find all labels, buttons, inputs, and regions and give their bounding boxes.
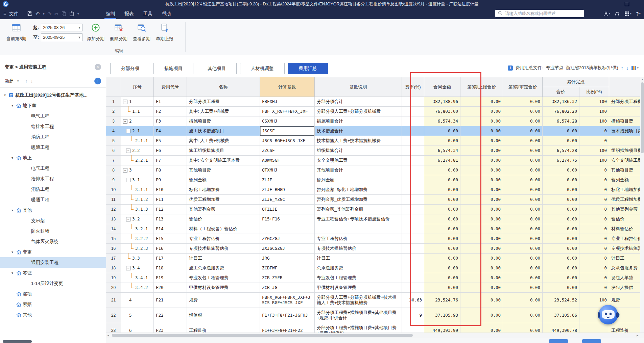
cell-contract[interactable]: 6,574.34 bbox=[424, 146, 460, 156]
header-category[interactable] bbox=[609, 77, 640, 97]
cell-cum-total[interactable]: 0.00 bbox=[543, 283, 579, 293]
tab-分部分项[interactable]: 分部分项 bbox=[110, 63, 150, 74]
cell-seq[interactable]: −3.2 bbox=[121, 214, 154, 224]
cell-basis[interactable]: F1+F3+F8+F21-JGFHJ bbox=[260, 308, 315, 323]
header-audit[interactable]: 第8期审定合价 bbox=[503, 77, 543, 97]
cell-basis[interactable]: FBF X_RGF+FBFX_JXF bbox=[260, 107, 315, 116]
scrollbar-thumb[interactable] bbox=[641, 82, 644, 153]
cell-name[interactable]: 施工组织措施项目 bbox=[187, 146, 260, 156]
cell-cum-pct[interactable]: 0 bbox=[579, 126, 609, 136]
tree-item-杭政工出[2020]12号银江生产基地...[interactable]: ▾杭政工出[2020]12号银江生产基地... bbox=[0, 90, 106, 100]
header-report[interactable]: 第8期上报合价 bbox=[460, 77, 503, 97]
tree-item-变更[interactable]: ▾变更 bbox=[0, 247, 106, 257]
cell-basis[interactable]: QTXMHJ bbox=[260, 165, 315, 175]
cell-audit[interactable]: 0.00 bbox=[503, 165, 543, 175]
support-headset-icon[interactable] bbox=[615, 11, 620, 16]
cell-cum-total[interactable]: 0.00 bbox=[543, 185, 579, 195]
header-basis-desc[interactable]: 基数说明 bbox=[315, 77, 402, 97]
cell-name[interactable]: 增值税 bbox=[187, 308, 260, 323]
cell-cum-total[interactable]: 0.00 bbox=[543, 224, 579, 234]
cell-row-number[interactable]: 11 bbox=[106, 195, 121, 205]
cell-basis[interactable]: JRG bbox=[260, 254, 315, 263]
cell-contract[interactable]: 37,105.93 bbox=[424, 308, 460, 323]
cell-name[interactable]: 规费 bbox=[187, 293, 260, 308]
cell-code[interactable]: F6 bbox=[154, 146, 187, 156]
cell-report[interactable]: 0.00 bbox=[460, 175, 503, 185]
cell-category[interactable]: 措施项目费 bbox=[609, 116, 640, 126]
cell-category[interactable]: 总承包服务费 bbox=[609, 263, 640, 273]
tree-item-消防工程[interactable]: 消防工程 bbox=[0, 132, 106, 142]
undo-dropdown-icon[interactable]: ▾ bbox=[43, 12, 45, 16]
cell-cum-total[interactable]: 6,574.28 bbox=[543, 146, 579, 156]
cell-code[interactable]: F1 bbox=[154, 97, 187, 107]
cell-report[interactable]: 0.00 bbox=[460, 185, 503, 195]
cell-basis[interactable]: FBFXHJ bbox=[260, 97, 315, 107]
tree-item-给排水工程[interactable]: 给排水工程 bbox=[0, 174, 106, 184]
cell-cum-pct[interactable]: 0 bbox=[579, 195, 609, 205]
cell-category[interactable]: 计日工 bbox=[609, 254, 640, 263]
cell-code[interactable]: F10 bbox=[154, 185, 187, 195]
cell-cum-total[interactable]: 0.00 bbox=[543, 244, 579, 254]
new-dropdown-icon[interactable]: ▾ bbox=[17, 79, 19, 83]
cell-report[interactable]: 0.00 bbox=[460, 308, 503, 323]
cell-name[interactable]: 甲供材料设备管理费 bbox=[187, 283, 260, 293]
cell-rate[interactable] bbox=[402, 185, 424, 195]
header-cum-group[interactable]: 累计完成 bbox=[543, 77, 609, 87]
cell-cum-total[interactable]: 449,390.78 bbox=[543, 323, 579, 333]
cell-cum-total[interactable]: 0.00 bbox=[543, 263, 579, 273]
tree-item-其他[interactable]: 其他 bbox=[0, 310, 106, 320]
scrollbar-thumb[interactable] bbox=[112, 334, 413, 337]
cell-cum-pct[interactable]: 0 bbox=[579, 263, 609, 273]
menu-hamburger-icon[interactable]: ≡ bbox=[3, 11, 6, 16]
cell-code[interactable]: F9 bbox=[154, 175, 187, 185]
cell-contract[interactable]: 0.00 bbox=[424, 254, 460, 263]
horizontal-scrollbar[interactable]: ◀ ▶ bbox=[106, 333, 644, 338]
tree-item-暖通工程[interactable]: 暖通工程 bbox=[0, 194, 106, 205]
cell-code[interactable]: F2 bbox=[154, 107, 187, 116]
cell-rate[interactable] bbox=[402, 146, 424, 156]
cell-audit[interactable]: 0.00 bbox=[503, 146, 543, 156]
tree-item-暖通工程[interactable]: 暖通工程 bbox=[0, 142, 106, 153]
cell-cum-total[interactable]: 37,105.66 bbox=[543, 308, 579, 323]
tab-措施项目[interactable]: 措施项目 bbox=[153, 63, 193, 74]
cell-audit[interactable]: 0.00 bbox=[503, 107, 543, 116]
cell-cum-pct[interactable]: 0 bbox=[579, 244, 609, 254]
cell-name[interactable]: 暂列金额 bbox=[187, 175, 260, 185]
cell-rate[interactable] bbox=[402, 126, 424, 136]
cell-basis[interactable]: F1+F3+F8+F21+F22 bbox=[260, 323, 315, 333]
cell-row-number[interactable]: 20 bbox=[106, 283, 121, 293]
cell-code[interactable]: F23 bbox=[154, 323, 187, 333]
cell-basis-desc[interactable]: 措施项目合计 bbox=[315, 116, 402, 126]
tree-item-地下室[interactable]: ▾地下室 bbox=[0, 100, 106, 111]
cell-basis-desc[interactable]: 专项技术措施暂估价 bbox=[315, 244, 402, 254]
cell-code[interactable]: F19 bbox=[154, 273, 187, 283]
cell-code[interactable]: F7 bbox=[154, 156, 187, 165]
cell-row-number[interactable]: 1 bbox=[106, 97, 121, 107]
cell-cum-pct[interactable]: 0 bbox=[579, 214, 609, 224]
cell-cum-total[interactable]: 0.00 bbox=[543, 214, 579, 224]
tree-item-通用安装工程[interactable]: 通用安装工程 bbox=[0, 257, 106, 268]
cell-cum-total[interactable]: 0.00 bbox=[543, 205, 579, 214]
cell-name[interactable]: 其中: 人工费+机械费 bbox=[187, 136, 260, 146]
menu-tab-帮助[interactable]: 帮助 bbox=[157, 8, 175, 19]
cell-contract[interactable]: 0.00 bbox=[424, 126, 460, 136]
cell-cum-pct[interactable]: 0 bbox=[579, 185, 609, 195]
cell-row-number[interactable]: 22 bbox=[106, 308, 121, 323]
vertical-scrollbar[interactable]: ▲ ▼ bbox=[640, 77, 644, 338]
cell-report[interactable]: 0.00 bbox=[460, 165, 503, 175]
header-contract[interactable]: 合同金额 bbox=[424, 77, 460, 97]
cell-report[interactable]: 0.00 bbox=[460, 126, 503, 136]
cell-cum-pct[interactable]: 0 bbox=[579, 165, 609, 175]
cell-basis-desc[interactable]: 技术措施合计 bbox=[315, 126, 402, 136]
cell-report[interactable]: 0.00 bbox=[460, 107, 503, 116]
cell-report[interactable]: 0.00 bbox=[460, 116, 503, 126]
cell-contract[interactable]: 382,188.96 bbox=[424, 97, 460, 107]
paste-dropdown-icon[interactable]: ▾ bbox=[77, 12, 79, 16]
cell-category[interactable]: 技术措施项目费 bbox=[609, 126, 640, 136]
cell-basis-desc[interactable]: 专业工程暂估价+专项技术措施暂估价 bbox=[315, 214, 402, 224]
scroll-left-icon[interactable]: ◀ bbox=[106, 333, 111, 338]
cell-code[interactable]: F4 bbox=[154, 126, 187, 136]
cell-audit[interactable]: 0.00 bbox=[503, 116, 543, 126]
cell-basis-desc[interactable]: 分部分项工程费+措施项目费+其他项目费+规费-甲供合计 bbox=[315, 308, 402, 323]
cell-seq[interactable]: 2.2.1 bbox=[121, 156, 154, 165]
